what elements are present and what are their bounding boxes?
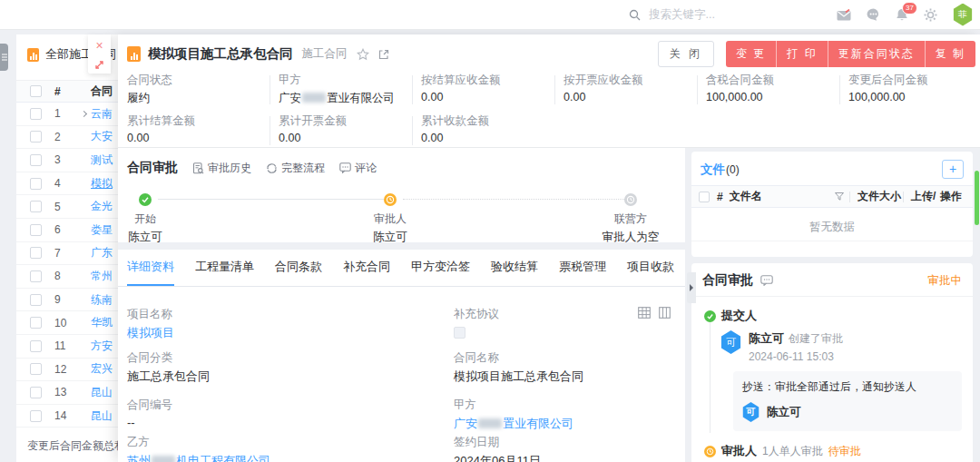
contract-link[interactable]: 云南 [91,106,113,122]
file-action-header: 操作 [940,189,973,204]
tab-detail-info[interactable]: 详细资料 [127,250,174,286]
field-party-a: 甲方 广安置业有限公司 [270,73,412,106]
row-checkbox[interactable] [30,363,42,375]
field-party-b: 乙方 苏州机电工程有限公司 [127,435,454,462]
submitter-step: 提交人 [704,308,962,324]
approval-timeline: 开始 陈立可 审批人 陈立可 联营方 审批人为空 [118,184,685,242]
drawer-controls: × [88,34,111,74]
party-a-link[interactable]: 广安置业有限公司 [454,416,676,432]
global-search[interactable] [629,0,785,29]
contract-link[interactable]: 大安 [91,129,113,144]
row-checkbox[interactable] [30,154,42,166]
check-circle-icon [139,193,152,206]
project-link[interactable]: 模拟项目 [127,325,454,341]
panel-collapse-handle[interactable] [0,44,8,71]
timeline-step-partner: 联营方 审批人为空 [576,184,685,245]
field-party-a-detail: 甲方 广安置业有限公司 [454,398,676,435]
contract-link[interactable]: 昆山 [91,408,113,424]
star-favorite-icon[interactable] [357,48,369,61]
contract-link[interactable]: 测试 [91,152,113,168]
full-flow-link[interactable]: 完整流程 [266,161,325,176]
contract-link[interactable]: 练南 [91,292,113,308]
table-view-icon[interactable] [638,307,651,319]
row-checkbox[interactable] [30,387,42,398]
select-all-checkbox[interactable] [30,85,42,97]
notifications-bell[interactable]: 37 [896,8,908,22]
contract-link[interactable]: 宏兴 [91,361,113,377]
column-view-icon[interactable] [659,307,671,319]
avatar: 可 [720,330,741,354]
copy-button[interactable]: 复 制 [926,41,975,67]
message-icon[interactable] [867,8,880,21]
tab-terms[interactable]: 合同条款 [275,250,322,286]
settings-gear-icon[interactable] [924,8,937,22]
contract-link[interactable]: 昆山 [91,385,113,400]
row-checkbox[interactable] [30,178,42,190]
row-checkbox[interactable] [30,247,42,259]
row-checkbox[interactable] [30,201,42,212]
timeline-step-start: 开始 陈立可 [91,184,200,245]
party-a-link[interactable]: 广安置业有限公司 [279,91,412,106]
close-icon[interactable]: × [95,39,103,52]
clock-icon [704,446,716,457]
files-count: (0) [726,163,740,176]
empty-state-text: 暂无数据 [691,208,973,241]
detail-tabs: 详细资料 工程量清单 合同条款 补充合同 甲方变洽签 验收结算 票税管理 项目收… [118,250,685,287]
change-button[interactable]: 变 更 [726,41,777,67]
approval-history-link[interactable]: 审批历史 [192,161,251,176]
cc-note-box: 抄送：审批全部通过后，通知抄送人 可 陈立可 [733,371,962,431]
tab-project-receipt[interactable]: 项目收款 [627,250,674,286]
party-b-link[interactable]: 苏州机电工程有限公司 [127,453,454,462]
file-name-header: 文件名 [730,189,762,204]
cumulative-received-link[interactable]: 0.00 [421,132,554,144]
contract-link[interactable]: 方安 [91,339,113,354]
side-panel-collapse-handle[interactable] [687,272,696,303]
update-status-button[interactable]: 更新合同状态 [828,41,926,67]
search-input[interactable] [649,8,785,21]
contract-link[interactable]: 广东 [91,245,113,260]
comment-link[interactable]: 评论 [339,161,377,176]
field-sign-date: 签约日期 2024年06月11日 [454,435,676,462]
field-amount-with-tax: 含税合同金额 100,000.00 [697,73,839,106]
file-size-header: 文件大小 [850,189,903,204]
contract-link[interactable]: 华凯 [91,315,113,330]
select-all-checkbox[interactable] [699,192,710,202]
clock-icon [384,193,397,206]
tab-party-a-change[interactable]: 甲方变洽签 [411,250,470,286]
filter-funnel-icon[interactable] [835,192,844,201]
row-checkbox[interactable] [30,224,42,236]
files-panel: 文件 (0) + # 文件名 文件大小 上传/ 操作 暂无数据 [691,152,973,257]
row-checkbox[interactable] [30,340,42,352]
cc-person: 可 陈立可 [742,402,953,422]
tab-boq[interactable]: 工程量清单 [195,250,254,286]
close-button[interactable]: 关 闭 [658,41,714,67]
name-column-header: 合同 [91,84,113,99]
field-contract-number: 合同编号 -- [127,398,454,435]
tab-supplement[interactable]: 补充合同 [343,250,390,286]
contract-doc-icon [127,46,141,62]
mail-icon[interactable] [837,9,851,21]
field-amount-after-change: 变更后合同金额 100,000.00 [839,73,980,106]
tab-invoice-tax[interactable]: 票税管理 [559,250,606,286]
field-contract-category: 合同分类 施工总承包合同 [127,350,454,398]
field-contract-name: 合同名称 模拟项目施工总承包合同 [454,350,676,398]
scrollbar-thumb[interactable] [975,171,979,225]
submitter-entry: 可 陈立可创建了审批 2024-06-11 15:03 [720,330,962,363]
comment-icon[interactable] [760,275,773,286]
user-avatar[interactable]: 菲 [953,4,973,26]
row-checkbox[interactable] [30,108,42,120]
row-checkbox[interactable] [30,270,42,282]
expand-icon[interactable] [94,60,104,70]
row-checkbox[interactable] [30,294,42,306]
open-external-icon[interactable] [378,49,389,60]
expand-arrow-icon[interactable] [76,112,91,116]
contract-link[interactable]: 常州 [91,269,113,284]
row-checkbox[interactable] [30,410,42,422]
cumulative-invoiced-link[interactable]: 0.00 [279,132,412,144]
print-button[interactable]: 打 印 [777,41,828,67]
row-checkbox[interactable] [30,317,42,329]
row-checkbox[interactable] [30,131,42,143]
tab-acceptance[interactable]: 验收结算 [491,250,538,286]
add-file-button[interactable]: + [942,160,964,179]
detail-side-column: 文件 (0) + # 文件名 文件大小 上传/ 操作 暂无数据 合同审批 [685,148,980,462]
